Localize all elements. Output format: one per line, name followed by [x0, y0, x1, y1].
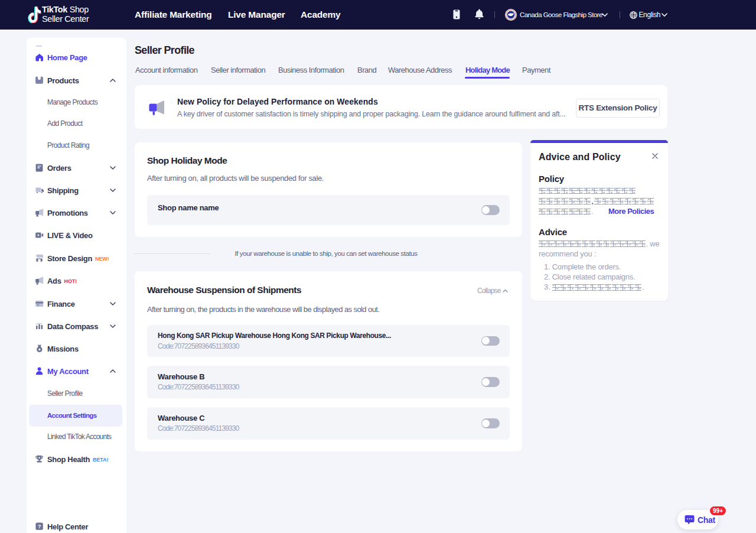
svg-text:?: ?: [38, 523, 41, 529]
